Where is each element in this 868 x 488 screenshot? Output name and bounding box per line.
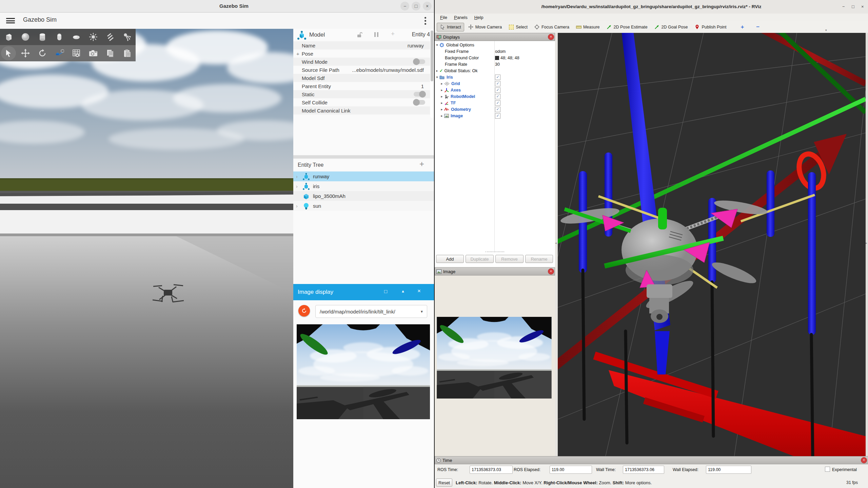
image-checkbox[interactable]: ✓ <box>495 113 500 119</box>
tf-checkbox[interactable]: ✓ <box>495 100 500 106</box>
image-panel-header[interactable]: Image × <box>435 267 555 276</box>
add-entity-button[interactable]: + <box>419 159 424 169</box>
insert-capsule-button[interactable] <box>52 30 67 44</box>
collapsed-icon[interactable]: ▸ <box>439 88 444 92</box>
expand-icon[interactable]: + <box>296 51 299 57</box>
display-row-robotmodel[interactable]: ▸ RobotModel ✓ <box>435 93 555 100</box>
model-row-source-path[interactable]: Source File Path ...ebo/models/runway/mo… <box>293 66 430 74</box>
wall-elapsed-field[interactable] <box>706 466 751 474</box>
insert-box-button[interactable] <box>1 30 16 44</box>
insert-directional-light-button[interactable] <box>103 30 118 44</box>
display-row-fixed-frame[interactable]: Fixed Frame odom <box>435 48 555 55</box>
odometry-checkbox[interactable]: ✓ <box>495 107 500 112</box>
move-camera-tool[interactable]: Move Camera <box>466 23 505 31</box>
minimize-button[interactable]: − <box>400 2 409 11</box>
maximize-button[interactable]: □ <box>412 2 420 11</box>
axes-checkbox[interactable]: ✓ <box>495 87 500 93</box>
rotate-mode-button[interactable] <box>35 46 50 60</box>
image-display-header[interactable]: Image display □ ▲ × <box>293 284 435 300</box>
ros-time-field[interactable] <box>470 466 513 474</box>
select-mode-button[interactable] <box>1 46 16 60</box>
robotmodel-checkbox[interactable]: ✓ <box>495 94 500 99</box>
display-row-background-color[interactable]: Background Color 48; 48; 48 <box>435 55 555 61</box>
model-row-wind-mode[interactable]: Wind Mode <box>293 58 430 66</box>
entity-item-sun[interactable]: › sun <box>293 201 435 211</box>
entity-item-runway[interactable]: › runway <box>293 171 435 181</box>
collapsed-icon[interactable]: ▸ <box>435 69 439 73</box>
model-row-pose[interactable]: + Pose <box>293 49 430 58</box>
record-video-button[interactable] <box>69 46 84 60</box>
kebab-menu-icon[interactable] <box>425 17 427 26</box>
minimize-button[interactable]: − <box>842 4 845 9</box>
insert-ellipsoid-button[interactable] <box>69 30 84 44</box>
ros-elapsed-field[interactable] <box>550 466 592 474</box>
display-row-global-options[interactable]: ▾ Global Options <box>435 42 555 48</box>
menu-help[interactable]: Help <box>472 15 486 20</box>
panel-divider[interactable] <box>293 155 435 159</box>
insert-sphere-button[interactable] <box>18 30 33 44</box>
display-row-iris-group[interactable]: ▾ Iris ✓ <box>435 74 555 80</box>
topic-dropdown[interactable]: /world/map/model/iris/link/tilt_link/ ▼ <box>315 305 427 318</box>
static-toggle[interactable] <box>414 92 425 97</box>
rename-display-button[interactable]: Rename <box>525 255 553 263</box>
display-row-odometry[interactable]: ▸ Odometry ✓ <box>435 106 555 113</box>
collapsed-icon[interactable]: ▸ <box>439 107 444 111</box>
collapsed-icon[interactable]: ▸ <box>439 101 444 105</box>
pose-estimate-tool[interactable]: 2D Pose Estimate <box>604 23 650 31</box>
translate-mode-button[interactable] <box>18 46 33 60</box>
wind-mode-toggle[interactable] <box>414 59 425 64</box>
model-row-self-collide[interactable]: Self Collide <box>293 98 430 106</box>
insert-spot-light-button[interactable] <box>120 30 135 44</box>
close-button[interactable]: × <box>423 2 432 11</box>
gazebo-titlebar[interactable]: Gazebo Sim − □ × <box>0 0 435 13</box>
display-row-image[interactable]: ▸ Image ✓ <box>435 113 555 119</box>
float-panel-icon[interactable]: □ <box>384 288 387 294</box>
interact-tool[interactable]: Interact <box>437 23 464 32</box>
collapsed-icon[interactable]: ▸ <box>439 82 444 85</box>
close-displays-icon[interactable]: × <box>548 34 554 40</box>
chevron-right-icon[interactable]: › <box>296 174 302 179</box>
iris-checkbox[interactable]: ✓ <box>495 75 500 80</box>
insert-point-light-button[interactable] <box>86 30 101 44</box>
gazebo-3d-viewport[interactable]: ‹ 93.28 % <box>0 29 293 488</box>
entity-item-lipo[interactable]: lipo_3500mAh <box>293 191 435 201</box>
reset-button[interactable]: Reset <box>436 479 452 487</box>
snap-tool-button[interactable] <box>52 46 67 60</box>
duplicate-display-button[interactable]: Duplicate <box>466 255 494 263</box>
chevron-right-icon[interactable]: › <box>296 184 302 189</box>
model-row-canonical-link[interactable]: Model Canonical Link <box>293 106 430 115</box>
collapsed-icon[interactable]: ▸ <box>439 114 444 118</box>
display-row-global-status[interactable]: ▸ ✓ Global Status: Ok <box>435 67 555 74</box>
experimental-checkbox[interactable] <box>825 467 830 472</box>
right-dock-strip[interactable]: ▸ <box>866 33 868 458</box>
display-row-tf[interactable]: ▸ TF ✓ <box>435 100 555 106</box>
rviz-titlebar[interactable]: /home/ryan/Dev/ardu_ws/install/ardupilot… <box>435 0 868 14</box>
remove-display-button[interactable]: Remove <box>495 255 524 263</box>
model-row-parent-entity[interactable]: Parent Entity 1 <box>293 82 430 90</box>
focus-camera-tool[interactable]: Focus Camera <box>532 23 572 31</box>
display-row-frame-rate[interactable]: Frame Rate 30 <box>435 61 555 67</box>
close-time-panel-icon[interactable]: × <box>861 457 867 463</box>
rviz-3d-viewport[interactable] <box>558 33 866 458</box>
maximize-button[interactable]: □ <box>852 4 854 9</box>
measure-tool[interactable]: Measure <box>573 23 603 31</box>
close-image-panel-icon[interactable]: × <box>548 268 554 274</box>
remove-tool-button[interactable]: − <box>753 22 762 32</box>
expanded-icon[interactable]: ▾ <box>435 75 439 79</box>
collapsed-icon[interactable]: ▸ <box>439 95 444 98</box>
copy-button[interactable] <box>103 46 118 60</box>
panel-resize-handle[interactable] <box>486 251 504 252</box>
close-button[interactable]: × <box>861 4 864 9</box>
toolbar-overflow-icon[interactable]: ▾ <box>825 28 827 32</box>
display-row-grid[interactable]: ▸ Grid ✓ <box>435 80 555 87</box>
goal-pose-tool[interactable]: 2D Goal Pose <box>652 23 691 31</box>
grid-checkbox[interactable]: ✓ <box>495 81 500 86</box>
dock-splitter[interactable]: ◂ <box>555 33 558 458</box>
displays-panel-header[interactable]: Displays × <box>435 33 555 41</box>
refresh-topic-button[interactable] <box>298 305 310 317</box>
close-icon[interactable]: × <box>417 288 421 294</box>
select-tool[interactable]: Select <box>506 23 530 31</box>
display-row-axes[interactable]: ▸ Axes ✓ <box>435 87 555 93</box>
self-collide-toggle[interactable] <box>414 100 425 105</box>
model-row-model-sdf[interactable]: Model Sdf <box>293 74 430 82</box>
